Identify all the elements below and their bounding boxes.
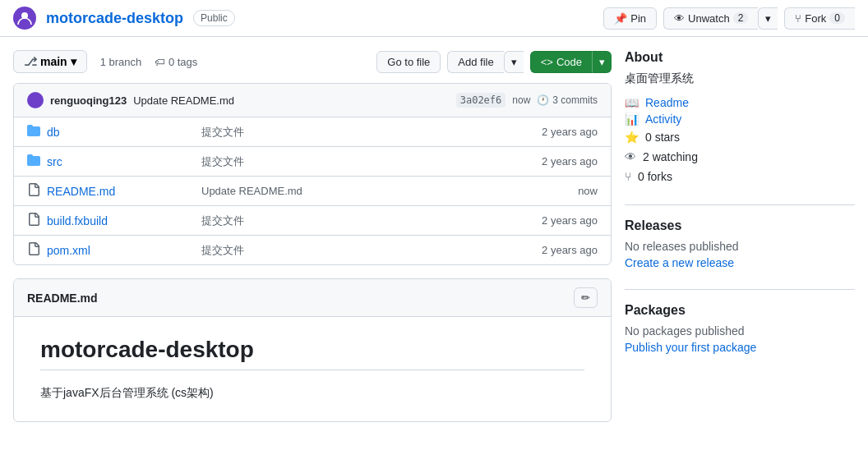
- publish-package-link[interactable]: Publish your first package: [625, 341, 756, 354]
- file-icon: [27, 242, 40, 258]
- repo-name[interactable]: motorcade-desktop: [46, 10, 183, 27]
- avatar: [13, 7, 36, 30]
- file-commit: 提交文件: [201, 243, 525, 258]
- file-commit: 提交文件: [201, 125, 525, 140]
- activity-icon: 📊: [625, 113, 639, 126]
- no-packages-text: No packages published: [625, 324, 855, 338]
- file-name[interactable]: pom.xml: [47, 244, 195, 257]
- file-time: 2 years ago: [532, 126, 598, 138]
- branch-icon: ⎇: [24, 55, 37, 68]
- commit-row: renguoqing123 Update README.md 3a02ef6 n…: [14, 84, 611, 117]
- code-group: <> Code ▾: [530, 51, 612, 73]
- top-bar-actions: 📌 Pin 👁 Unwatch 2 ▾ ⑂ Fork 0: [603, 7, 855, 30]
- table-row: build.fxbuild 提交文件 2 years ago: [14, 206, 611, 236]
- eye-stat-icon: 👁: [625, 150, 636, 163]
- tag-count-link[interactable]: 🏷 0 tags: [155, 56, 197, 68]
- code-button[interactable]: <> Code: [530, 51, 592, 73]
- branch-bar-right: Go to file Add file ▾ <> Code ▾: [376, 51, 612, 73]
- top-bar: motorcade-desktop Public 📌 Pin 👁 Unwatch…: [0, 0, 868, 37]
- code-dropdown[interactable]: ▾: [592, 51, 612, 73]
- file-name[interactable]: build.fxbuild: [47, 214, 195, 227]
- commit-time: now: [512, 94, 530, 106]
- commit-author[interactable]: renguoqing123: [50, 94, 127, 107]
- commit-hash: 3a02ef6: [456, 93, 506, 108]
- commits-link[interactable]: 🕐 3 commits: [537, 94, 598, 106]
- readme-link[interactable]: 📖 Readme: [625, 96, 855, 109]
- commit-meta: 3a02ef6 now 🕐 3 commits: [456, 93, 598, 108]
- about-section: About 桌面管理系统 📖 Readme 📊 Activity ⭐ 0 sta…: [625, 50, 855, 185]
- content-area: ⎇ main ▾ 1 branch 🏷 0 tags Go to file Ad…: [0, 37, 868, 435]
- fork-stat-icon: ⑂: [625, 170, 631, 183]
- edit-readme-button[interactable]: ✏: [574, 287, 598, 308]
- code-icon: <>: [541, 56, 553, 68]
- branch-selector[interactable]: ⎇ main ▾: [13, 50, 87, 73]
- branch-bar: ⎇ main ▾ 1 branch 🏷 0 tags Go to file Ad…: [13, 50, 612, 73]
- file-name[interactable]: db: [47, 126, 195, 139]
- go-to-file-button[interactable]: Go to file: [376, 51, 441, 73]
- readme-title: README.md: [27, 292, 98, 305]
- sidebar-divider-2: [625, 289, 855, 290]
- packages-title: Packages: [625, 303, 855, 318]
- folder-icon: [27, 124, 40, 140]
- sidebar-links: 📖 Readme 📊 Activity ⭐ 0 stars 👁 2 watchi…: [625, 96, 855, 185]
- main-panel: ⎇ main ▾ 1 branch 🏷 0 tags Go to file Ad…: [13, 50, 612, 422]
- star-icon: ⭐: [625, 131, 639, 144]
- sidebar-divider: [625, 204, 855, 205]
- branch-meta: 1 branch 🏷 0 tags: [100, 56, 198, 68]
- watching-stat: 👁 2 watching: [625, 149, 855, 165]
- table-row: README.md Update README.md now: [14, 177, 611, 206]
- pin-button[interactable]: 📌 Pin: [603, 7, 657, 30]
- readme-h1: motorcade-desktop: [40, 337, 584, 370]
- tag-icon: 🏷: [155, 56, 165, 68]
- fork-icon: ⑂: [795, 12, 801, 25]
- file-commit: 提交文件: [201, 154, 525, 169]
- readme-content: motorcade-desktop 基于javaFX后台管理系统 (cs架构): [14, 317, 611, 421]
- unwatch-dropdown[interactable]: ▾: [758, 7, 778, 30]
- unwatch-button[interactable]: 👁 Unwatch 2: [663, 7, 758, 30]
- branch-count-link[interactable]: 1 branch: [100, 56, 142, 68]
- sidebar: About 桌面管理系统 📖 Readme 📊 Activity ⭐ 0 sta…: [625, 50, 855, 422]
- releases-section: Releases No releases published Create a …: [625, 218, 855, 269]
- no-releases-text: No releases published: [625, 240, 855, 253]
- pencil-icon: ✏: [581, 292, 590, 304]
- table-row: src 提交文件 2 years ago: [14, 147, 611, 177]
- folder-icon: [27, 154, 40, 169]
- history-icon: 🕐: [537, 94, 549, 106]
- about-title: About: [625, 50, 855, 65]
- file-time: now: [532, 185, 598, 197]
- forks-stat: ⑂ 0 forks: [625, 168, 855, 185]
- fork-button[interactable]: ⑂ Fork 0: [784, 7, 855, 30]
- activity-link[interactable]: 📊 Activity: [625, 113, 855, 126]
- create-release-link[interactable]: Create a new release: [625, 256, 734, 269]
- add-file-group: Add file ▾: [447, 51, 523, 73]
- file-name[interactable]: README.md: [47, 185, 195, 198]
- table-row: db 提交文件 2 years ago: [14, 117, 611, 147]
- packages-section: Packages No packages published Publish y…: [625, 303, 855, 354]
- file-commit: Update README.md: [201, 185, 525, 197]
- file-commit: 提交文件: [201, 214, 525, 228]
- file-name[interactable]: src: [47, 155, 195, 168]
- eye-icon: 👁: [674, 12, 685, 25]
- readme-header: README.md ✏: [14, 279, 611, 317]
- readme-description: 基于javaFX后台管理系统 (cs架构): [40, 383, 584, 402]
- pin-icon: 📌: [614, 12, 627, 25]
- table-row: pom.xml 提交文件 2 years ago: [14, 236, 611, 264]
- commit-message: Update README.md: [133, 94, 234, 107]
- fork-group: ⑂ Fork 0: [784, 7, 855, 30]
- file-icon: [27, 213, 40, 228]
- book-icon: 📖: [625, 96, 639, 109]
- visibility-badge: Public: [193, 10, 235, 26]
- branch-bar-left: ⎇ main ▾ 1 branch 🏷 0 tags: [13, 50, 197, 73]
- unwatch-group: 👁 Unwatch 2 ▾: [663, 7, 778, 30]
- file-table: renguoqing123 Update README.md 3a02ef6 n…: [13, 83, 612, 265]
- add-file-dropdown[interactable]: ▾: [504, 51, 524, 73]
- about-desc: 桌面管理系统: [625, 71, 855, 86]
- file-time: 2 years ago: [532, 244, 598, 256]
- stars-stat: ⭐ 0 stars: [625, 129, 855, 145]
- releases-title: Releases: [625, 218, 855, 233]
- file-icon: [27, 183, 40, 199]
- file-time: 2 years ago: [532, 155, 598, 168]
- commit-avatar: [27, 92, 44, 108]
- file-time: 2 years ago: [532, 214, 598, 227]
- add-file-button[interactable]: Add file: [447, 51, 503, 73]
